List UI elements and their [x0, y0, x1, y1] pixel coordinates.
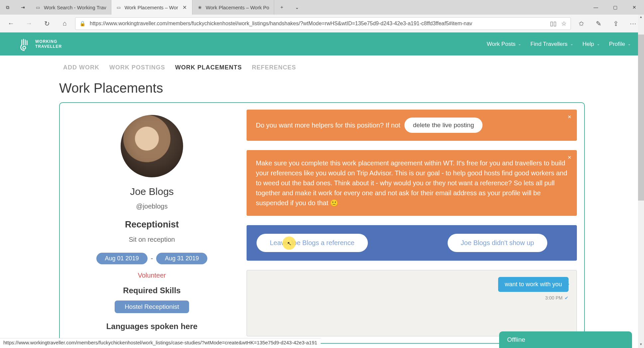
site-nav: Work Posts⌄ Find Travellers⌄ Help⌄ Profi… — [487, 41, 631, 47]
nav-find-travellers[interactable]: Find Travellers⌄ — [530, 41, 573, 47]
languages-heading: Languages spoken here — [106, 322, 198, 331]
logo-mark-icon — [17, 37, 32, 52]
refresh-button[interactable]: ↻ — [39, 17, 54, 30]
svg-point-0 — [23, 46, 26, 49]
chevron-down-icon: ⌄ — [628, 42, 631, 46]
new-tab-button[interactable]: ＋ — [274, 0, 289, 15]
scrollbar[interactable]: ▴ ▾ — [638, 15, 644, 348]
site-header: WORKING TRAVELLER Work Posts⌄ Find Trave… — [0, 33, 644, 55]
status-bar: https://www.workingtraveller.com/members… — [0, 338, 321, 348]
profile-description: Sit on reception — [129, 236, 175, 243]
alert-close-icon[interactable]: ✕ — [568, 154, 572, 161]
tab-favicon-icon: ▭ — [116, 5, 121, 10]
date-start-pill[interactable]: Aug 01 2019 — [96, 253, 148, 264]
chat-widget-offline[interactable]: Offline — [499, 331, 632, 348]
favorite-star-icon[interactable]: ☆ — [561, 20, 567, 27]
profile-handle[interactable]: @joeblogs — [136, 203, 168, 210]
chevron-down-icon: ⌄ — [597, 42, 600, 46]
tab-actions-2-icon[interactable]: ⇥ — [15, 0, 31, 15]
chevron-down-icon: ⌄ — [518, 42, 521, 46]
leave-reference-button[interactable]: Leave Joe Blogs a reference ↖ — [257, 234, 368, 252]
browser-tab-2[interactable]: ❀ Work Placements – Work Po — [192, 0, 274, 15]
action-bar: Leave Joe Blogs a reference ↖ Joe Blogs … — [247, 225, 577, 261]
page-title: Work Placements — [59, 81, 585, 96]
nav-help[interactable]: Help⌄ — [583, 41, 600, 47]
url-input[interactable] — [90, 21, 546, 27]
profile-panel: Joe Blogs @joeblogs Receptionist Sit on … — [67, 110, 237, 336]
subtab-work-placements[interactable]: WORK PLACEMENTS — [175, 64, 242, 71]
skills-heading: Required Skills — [123, 286, 180, 295]
read-check-icon: ✔ — [565, 295, 569, 301]
chevron-down-icon: ⌄ — [570, 42, 573, 46]
alert-close-icon[interactable]: ✕ — [568, 114, 572, 121]
no-show-button[interactable]: Joe Blogs didn't show up — [448, 234, 548, 252]
delete-posting-button[interactable]: delete the live posting — [404, 118, 483, 133]
placement-card: Joe Blogs @joeblogs Receptionist Sit on … — [59, 102, 585, 344]
tab-favicon-icon: ❀ — [197, 5, 202, 10]
profile-name: Joe Blogs — [130, 186, 174, 197]
share-icon[interactable]: ⇪ — [608, 17, 623, 30]
browser-toolbar: ← → ↻ ⌂ 🔒 ▯▯ ☆ ✩ ✎ ⇪ ⋯ — [0, 15, 644, 33]
offline-label: Offline — [507, 336, 525, 343]
chat-bubble: want to work with you — [498, 277, 569, 292]
placement-type: Volunteer — [138, 272, 166, 279]
alert-more-helpers: ✕ Do you want more helpers for this posi… — [247, 110, 577, 141]
skill-pill[interactable]: Hostel Receptionist — [115, 301, 189, 313]
back-button[interactable]: ← — [3, 17, 19, 30]
tab-title: Work Placements – Wor — [125, 5, 178, 10]
alert-complete-agreement: ✕ Make sure you complete this work place… — [247, 150, 577, 216]
nav-work-posts[interactable]: Work Posts⌄ — [487, 41, 521, 47]
subtab-references[interactable]: REFERENCES — [252, 64, 296, 71]
tab-dropdown-icon[interactable]: ⌄ — [289, 0, 305, 15]
reading-view-icon[interactable]: ▯▯ — [550, 20, 557, 27]
logo-text: WORKING TRAVELLER — [35, 39, 62, 49]
page-content: Work Placements Joe Blogs @joeblogs Rece… — [0, 81, 644, 344]
profile-role: Receptionist — [125, 219, 179, 230]
chat-time: 3:00 PM — [545, 295, 563, 301]
chat-meta: 3:00 PM ✔ — [545, 295, 569, 301]
nav-profile[interactable]: Profile⌄ — [609, 41, 631, 47]
tab-close-icon[interactable]: ✕ — [181, 4, 187, 11]
date-dash: - — [151, 255, 153, 262]
tab-favicon-icon: ▭ — [35, 5, 41, 10]
home-button[interactable]: ⌂ — [57, 17, 72, 30]
scroll-thumb[interactable] — [638, 35, 644, 201]
browser-tab-1[interactable]: ▭ Work Placements – Wor ✕ — [111, 0, 192, 15]
window-maximize-icon[interactable]: ▢ — [605, 0, 625, 15]
tab-title: Work Placements – Work Po — [206, 5, 269, 10]
browser-tab-0[interactable]: ▭ Work Search - Working Trav — [31, 0, 111, 15]
browser-titlebar: ⧉ ⇥ ▭ Work Search - Working Trav ▭ Work … — [0, 0, 644, 15]
right-column: ✕ Do you want more helpers for this posi… — [247, 110, 577, 336]
date-range: Aug 01 2019 - Aug 31 2019 — [96, 253, 208, 264]
address-bar[interactable]: 🔒 ▯▯ ☆ — [75, 17, 571, 30]
window-close-icon[interactable]: ✕ — [625, 0, 644, 15]
alert-text: Make sure you complete this work placeme… — [256, 159, 567, 207]
subtabs: ADD WORK WORK POSTINGS WORK PLACEMENTS R… — [0, 60, 644, 75]
favorites-icon[interactable]: ✩ — [574, 17, 589, 30]
tab-actions-1-icon[interactable]: ⧉ — [0, 0, 15, 15]
lock-icon: 🔒 — [79, 21, 86, 27]
subtab-work-postings[interactable]: WORK POSTINGS — [109, 64, 165, 71]
site-logo[interactable]: WORKING TRAVELLER — [17, 37, 62, 52]
scroll-up-icon[interactable]: ▴ — [638, 15, 644, 21]
subtab-add-work[interactable]: ADD WORK — [63, 64, 99, 71]
notes-icon[interactable]: ✎ — [591, 17, 606, 30]
chat-box: want to work with you 3:00 PM ✔ — [247, 270, 577, 336]
leave-reference-label: Leave Joe Blogs a reference — [270, 239, 355, 246]
avatar[interactable] — [121, 115, 183, 177]
tab-title: Work Search - Working Trav — [44, 5, 106, 10]
alert-text: Do you want more helpers for this positi… — [256, 120, 400, 130]
forward-button: → — [21, 17, 37, 30]
window-minimize-icon[interactable]: — — [586, 0, 605, 15]
date-end-pill[interactable]: Aug 31 2019 — [156, 253, 207, 264]
scroll-down-icon[interactable]: ▾ — [638, 342, 644, 348]
